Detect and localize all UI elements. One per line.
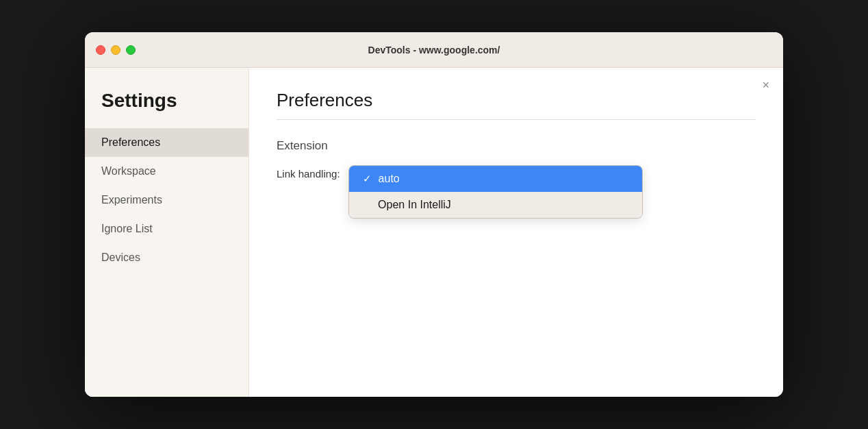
checkmark-icon: ✓ — [363, 173, 372, 185]
no-checkmark — [363, 199, 372, 211]
section-divider — [277, 119, 756, 120]
sidebar-item-preferences[interactable]: Preferences — [85, 128, 248, 157]
maximize-button[interactable] — [126, 45, 136, 55]
sidebar-item-experiments[interactable]: Experiments — [85, 186, 248, 214]
sidebar-item-devices[interactable]: Devices — [85, 243, 248, 272]
field-label: Link handling: — [277, 165, 340, 180]
dropdown-wrapper: ✓ auto Open In IntelliJ — [348, 165, 643, 219]
link-handling-dropdown[interactable]: ✓ auto Open In IntelliJ — [348, 165, 643, 219]
traffic-lights — [96, 45, 136, 55]
devtools-window: DevTools - www.google.com/ Settings Pref… — [85, 32, 783, 397]
sidebar-item-workspace[interactable]: Workspace — [85, 157, 248, 186]
sidebar-item-ignore-list[interactable]: Ignore List — [85, 214, 248, 243]
subsection-title: Extension — [277, 139, 756, 153]
settings-heading: Settings — [85, 90, 248, 128]
link-handling-field: Link handling: ✓ auto Open In IntelliJ — [277, 165, 756, 219]
dropdown-option-auto-label: auto — [379, 173, 400, 185]
minimize-button[interactable] — [111, 45, 120, 55]
dropdown-option-intellij[interactable]: Open In IntelliJ — [349, 192, 642, 218]
content-area: Settings Preferences Workspace Experimen… — [85, 68, 783, 397]
dialog-close-button[interactable]: × — [762, 79, 769, 91]
sidebar-nav: Preferences Workspace Experiments Ignore… — [85, 128, 248, 272]
dropdown-option-auto[interactable]: ✓ auto — [349, 166, 642, 192]
close-button[interactable] — [96, 45, 105, 55]
dropdown-option-intellij-label: Open In IntelliJ — [378, 199, 451, 211]
sidebar: Settings Preferences Workspace Experimen… — [85, 68, 249, 397]
titlebar: DevTools - www.google.com/ — [85, 32, 783, 68]
section-title: Preferences — [277, 90, 756, 111]
window-title: DevTools - www.google.com/ — [368, 45, 500, 56]
main-content: × Preferences Extension Link handling: ✓… — [249, 68, 783, 397]
